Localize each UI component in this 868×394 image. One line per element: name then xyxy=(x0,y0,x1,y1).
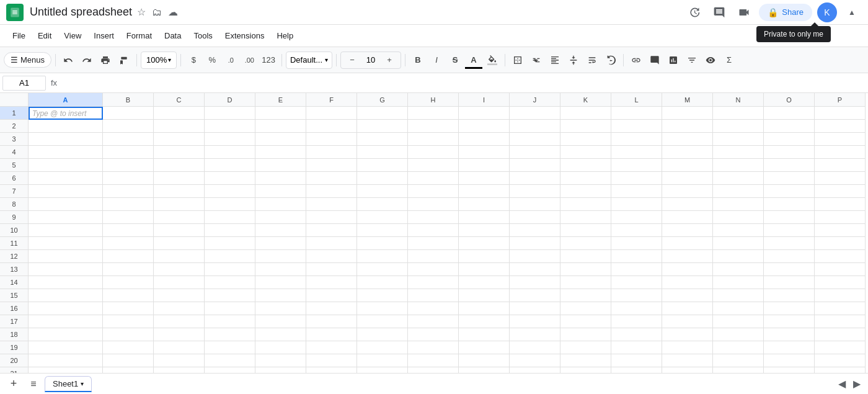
cell-J3[interactable] xyxy=(510,133,560,146)
cell-H9[interactable] xyxy=(408,211,459,224)
cell-E10[interactable] xyxy=(255,224,306,237)
cell-P18[interactable] xyxy=(815,328,866,341)
cell-A5[interactable] xyxy=(29,159,103,172)
cell-F1[interactable] xyxy=(306,107,357,120)
cell-L21[interactable] xyxy=(611,367,662,373)
cell-L15[interactable] xyxy=(611,289,662,302)
cell-H13[interactable] xyxy=(408,263,459,276)
cell-O15[interactable] xyxy=(764,289,815,302)
cell-E21[interactable] xyxy=(255,367,306,373)
cell-B6[interactable] xyxy=(103,172,154,185)
cell-H11[interactable] xyxy=(408,237,459,250)
cell-O18[interactable] xyxy=(764,328,815,341)
cell-M18[interactable] xyxy=(662,328,713,341)
menu-data[interactable]: Data xyxy=(158,29,187,43)
cell-reference-input[interactable] xyxy=(2,76,46,91)
cell-N15[interactable] xyxy=(713,289,764,302)
font-size-plus[interactable]: + xyxy=(381,51,398,69)
cell-G8[interactable] xyxy=(357,198,408,211)
cell-H4[interactable] xyxy=(408,146,459,159)
cell-M16[interactable] xyxy=(662,302,713,315)
cell-J14[interactable] xyxy=(510,276,560,289)
cell-L19[interactable] xyxy=(611,341,662,354)
cell-D20[interactable] xyxy=(205,354,255,367)
cell-K21[interactable] xyxy=(560,367,611,373)
cell-F3[interactable] xyxy=(306,133,357,146)
history-icon[interactable] xyxy=(684,2,704,22)
cell-J17[interactable] xyxy=(510,315,560,328)
cell-A4[interactable] xyxy=(29,146,103,159)
cell-L14[interactable] xyxy=(611,276,662,289)
cell-D9[interactable] xyxy=(205,211,255,224)
cell-N17[interactable] xyxy=(713,315,764,328)
cell-K7[interactable] xyxy=(560,185,611,198)
cell-I9[interactable] xyxy=(459,211,510,224)
sheet-tab-chevron[interactable]: ▾ xyxy=(81,380,84,387)
cell-C15[interactable] xyxy=(154,289,205,302)
col-header-I[interactable]: I xyxy=(459,93,510,107)
cell-I3[interactable] xyxy=(459,133,510,146)
cell-L10[interactable] xyxy=(611,224,662,237)
cell-K19[interactable] xyxy=(560,341,611,354)
cell-A8[interactable] xyxy=(29,198,103,211)
col-header-M[interactable]: M xyxy=(662,93,713,107)
text-rotate-button[interactable] xyxy=(602,51,619,69)
cell-M15[interactable] xyxy=(662,289,713,302)
row-header-18[interactable]: 18 xyxy=(0,328,29,341)
font-size-input[interactable] xyxy=(362,55,379,65)
cell-P4[interactable] xyxy=(815,146,866,159)
cell-K17[interactable] xyxy=(560,315,611,328)
menu-insert[interactable]: Insert xyxy=(87,29,120,43)
menu-help[interactable]: Help xyxy=(270,29,299,43)
cell-A15[interactable] xyxy=(29,289,103,302)
cell-B19[interactable] xyxy=(103,341,154,354)
print-button[interactable] xyxy=(97,51,114,69)
col-header-G[interactable]: G xyxy=(357,93,408,107)
cell-D8[interactable] xyxy=(205,198,255,211)
comment-icon[interactable] xyxy=(709,2,729,22)
cell-P8[interactable] xyxy=(815,198,866,211)
cell-K9[interactable] xyxy=(560,211,611,224)
cell-K16[interactable] xyxy=(560,302,611,315)
cell-O21[interactable] xyxy=(764,367,815,373)
cell-J6[interactable] xyxy=(510,172,560,185)
cell-M8[interactable] xyxy=(662,198,713,211)
cell-I20[interactable] xyxy=(459,354,510,367)
cell-C10[interactable] xyxy=(154,224,205,237)
cell-K3[interactable] xyxy=(560,133,611,146)
h-align-button[interactable] xyxy=(546,51,564,69)
cell-J12[interactable] xyxy=(510,250,560,263)
cell-B8[interactable] xyxy=(103,198,154,211)
cell-C1[interactable] xyxy=(154,107,205,120)
cell-A16[interactable] xyxy=(29,302,103,315)
cell-A13[interactable] xyxy=(29,263,103,276)
cell-J15[interactable] xyxy=(510,289,560,302)
cell-C2[interactable] xyxy=(154,120,205,133)
cell-E1[interactable] xyxy=(255,107,306,120)
comment-insert-button[interactable] xyxy=(646,51,663,69)
cell-H17[interactable] xyxy=(408,315,459,328)
cell-B3[interactable] xyxy=(103,133,154,146)
col-header-B[interactable]: B xyxy=(103,93,154,107)
add-sheet-button[interactable]: + xyxy=(5,375,22,393)
currency-button[interactable]: $ xyxy=(185,51,202,69)
cell-H3[interactable] xyxy=(408,133,459,146)
cloud-icon[interactable]: ☁ xyxy=(168,6,178,18)
cell-C7[interactable] xyxy=(154,185,205,198)
cell-D11[interactable] xyxy=(205,237,255,250)
cell-G4[interactable] xyxy=(357,146,408,159)
row-header-14[interactable]: 14 xyxy=(0,276,29,289)
percent-button[interactable]: % xyxy=(203,51,221,69)
cell-D17[interactable] xyxy=(205,315,255,328)
cell-D4[interactable] xyxy=(205,146,255,159)
cell-M21[interactable] xyxy=(662,367,713,373)
col-header-E[interactable]: E xyxy=(255,93,306,107)
col-header-A[interactable]: A xyxy=(29,93,103,107)
cell-M19[interactable] xyxy=(662,341,713,354)
cell-E8[interactable] xyxy=(255,198,306,211)
cell-F8[interactable] xyxy=(306,198,357,211)
cell-O6[interactable] xyxy=(764,172,815,185)
cell-I8[interactable] xyxy=(459,198,510,211)
strikethrough-button[interactable]: S xyxy=(446,51,464,69)
row-header-16[interactable]: 16 xyxy=(0,302,29,315)
